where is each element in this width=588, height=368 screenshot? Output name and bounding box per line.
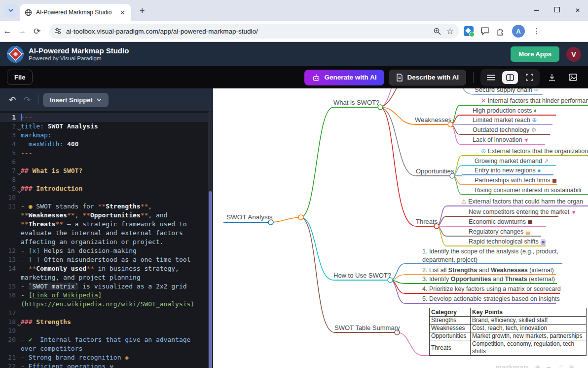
maximize-button[interactable] [547, 7, 567, 14]
code-token: Often misunderstood as a one-time tool [40, 256, 190, 263]
visual-paradigm-link[interactable]: Visual Paradigm [60, 55, 102, 61]
export-image-button[interactable] [564, 74, 581, 81]
leaf-text: Limited market reach [473, 117, 530, 123]
minimize-button[interactable] [526, 7, 547, 14]
user-avatar[interactable]: V [566, 47, 581, 62]
code-line[interactable]: 15- `SWOT matrix` is visualized as a 2x2… [0, 282, 213, 291]
forward-button[interactable]: → [15, 26, 30, 36]
line-number: 18 [0, 318, 18, 327]
leaf-text: (external) [527, 276, 555, 283]
fit-view-icon[interactable]: ⤢ [557, 364, 562, 368]
code-line[interactable]: 2title: SWOT Analysis [0, 122, 213, 131]
site-settings-icon[interactable] [54, 27, 62, 35]
bookmark-star-icon[interactable]: ☆ [446, 26, 454, 37]
url-text[interactable]: ai-toolbox.visual-paradigm.com/app/ai-po… [66, 28, 428, 35]
zoom-out-icon[interactable]: ━ [547, 364, 551, 368]
money-with-wings-emoji: ♦ [534, 107, 537, 114]
code-line-content: ## What is SWOT? [18, 166, 213, 175]
code-line[interactable]: 22- Efficient operations ⚒ [0, 362, 213, 368]
theme-icon[interactable]: ▣ [569, 364, 575, 368]
code-token: - [21, 265, 29, 272]
extension-vp-icon[interactable] [464, 26, 474, 36]
line-number: 22 [0, 362, 18, 368]
code-line[interactable]: 13- [ ] Often misunderstood as a one-tim… [0, 255, 213, 264]
markmap-panel[interactable]: SWOT Analysis Secure supply chain ∞ What… [213, 88, 588, 368]
code-line[interactable]: 14- **Commonly used** in business strate… [0, 264, 213, 282]
code-line-content: --- [18, 113, 213, 122]
code-line[interactable]: 7## What is SWOT? [0, 166, 213, 175]
code-line[interactable]: 19 [0, 327, 213, 335]
junction-node-circle[interactable] [298, 215, 303, 220]
address-bar[interactable]: ai-toolbox.visual-paradigm.com/app/ai-po… [49, 24, 459, 39]
code-token: `SWOT matrix` [29, 283, 79, 290]
earth-globe-emoji: ● [537, 167, 541, 174]
code-editor[interactable]: 1---2title: SWOT Analysis3markmap:4 maxW… [0, 111, 213, 368]
code-line[interactable]: 18### Strengths [0, 318, 213, 327]
insert-snippet-label: Insert Snippet [50, 96, 93, 104]
code-token: ⚒ [110, 363, 113, 368]
browser-tab[interactable]: AI-Powered Markmap Studio ✕ [20, 4, 131, 21]
extensions-puzzle-icon[interactable] [496, 27, 505, 36]
redo-icon[interactable]: ↷ [20, 95, 35, 105]
code-line[interactable]: 9### Introduction [0, 184, 213, 193]
leaf-text: Outdated technology [473, 126, 529, 133]
new-tab-button[interactable]: + [140, 6, 145, 15]
editor-toolbar: ↶ ↷ Insert Snippet [0, 88, 213, 111]
code-line[interactable]: 16- [Link of Wikipedia](https://en.wikip… [0, 291, 213, 309]
code-line[interactable]: 3markmap: [0, 131, 213, 140]
generate-with-ai-button[interactable]: Generate with AI [304, 70, 384, 85]
leaf-text: 2. List all [422, 267, 448, 274]
side-panel-chat-icon[interactable] [480, 27, 489, 36]
tab-search-button[interactable] [4, 4, 17, 17]
reload-button[interactable]: ⟳ [30, 26, 44, 37]
code-line[interactable]: 6 [0, 158, 213, 166]
map-leaf-node: 5. Develop actionable strategies based o… [422, 295, 560, 302]
line-number: 7 [0, 166, 18, 175]
code-token: ### [21, 185, 36, 192]
zoom-in-icon[interactable]: ✚ [535, 364, 540, 368]
editor-scrollbar[interactable] [208, 111, 213, 368]
describe-with-ai-button[interactable]: Describe with AI [389, 70, 466, 85]
tab-close-icon[interactable]: ✕ [119, 9, 126, 16]
code-line[interactable]: 8 [0, 175, 213, 184]
code-line[interactable]: 11- ◉ SWOT stands for **Strengths**, **W… [0, 202, 213, 246]
more-apps-button[interactable]: More Apps [511, 46, 559, 62]
code-line[interactable]: 21- Strong brand recognition ◈ [0, 353, 213, 362]
editor-scrollbar-thumb[interactable] [209, 191, 212, 368]
zoom-page-icon[interactable] [433, 27, 441, 36]
line-number: 11 [0, 202, 18, 246]
leaf-text: 3. Identify [422, 276, 451, 283]
markmap-toolbar[interactable]: markmap ✚ ━ ⤢ ▣ [495, 363, 575, 368]
undo-icon[interactable]: ↶ [5, 95, 20, 105]
back-button[interactable]: ← [0, 26, 15, 36]
code-token: - [21, 283, 29, 290]
app-header: AI-Powered Markmap Studio Powered by Vis… [0, 42, 588, 66]
code-line[interactable]: 5--- [0, 149, 213, 158]
file-menu-button[interactable]: File [7, 70, 33, 85]
profile-avatar[interactable]: A [512, 25, 525, 38]
code-line[interactable]: 1--- [0, 113, 213, 122]
split-view-button[interactable] [502, 71, 518, 84]
leaf-text: Threats [505, 276, 527, 283]
code-line[interactable]: 20- ✔ Internal factors that give an adva… [0, 335, 213, 353]
leaf-text: High production costs [473, 107, 532, 114]
table-row: StrengthsBrand, efficiency, skilled staf… [430, 317, 587, 325]
line-number: 15 [0, 282, 18, 291]
table-cell: Strengths [430, 317, 471, 325]
close-button[interactable]: ✕ [567, 7, 588, 14]
code-line-content: - **Commonly used** in business strategy… [18, 264, 213, 282]
code-line[interactable]: 4 maxWidth: 400 [0, 140, 213, 149]
table-cell: Market growth, new markets, partnerships [471, 332, 587, 340]
code-line[interactable]: 10 [0, 193, 213, 202]
code-line[interactable]: 17 [0, 309, 213, 318]
editor-only-view-button[interactable] [484, 72, 497, 83]
browser-menu-icon[interactable]: ⋮ [533, 27, 540, 36]
leaf-text: Strengths [448, 267, 477, 274]
download-button[interactable] [544, 74, 560, 82]
line-number: 5 [0, 149, 18, 158]
map-node-what-is-swot: What is SWOT? [333, 99, 379, 106]
map-leaf-node: Outdated technology ⚙ [473, 126, 537, 133]
insert-snippet-button[interactable]: Insert Snippet [43, 93, 109, 107]
code-line[interactable]: 12- [x] Helps in decision-making [0, 246, 213, 255]
fullscreen-view-button[interactable] [523, 72, 536, 83]
